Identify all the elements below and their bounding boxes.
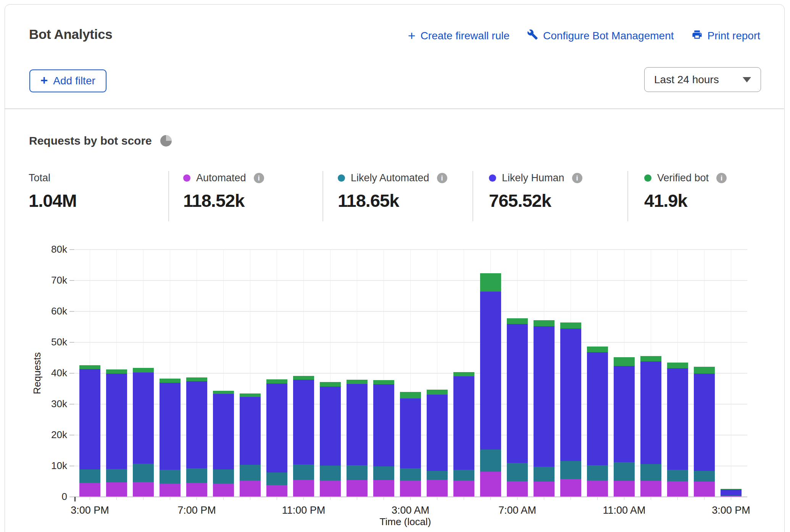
bar-segment-verified-bot[interactable] [427, 390, 448, 395]
bar-segment-automated[interactable] [266, 485, 287, 497]
bar-segment-likely-human[interactable] [240, 397, 261, 464]
bar-segment-likely-human[interactable] [667, 368, 688, 470]
bar-segment-verified-bot[interactable] [320, 382, 341, 387]
bar-segment-verified-bot[interactable] [694, 367, 715, 374]
bar-segment-likely-automated[interactable] [79, 469, 100, 483]
bar-segment-likely-automated[interactable] [640, 464, 661, 481]
bar-segment-likely-automated[interactable] [186, 468, 207, 483]
bar-segment-automated[interactable] [320, 480, 341, 497]
bar-segment-automated[interactable] [614, 481, 635, 497]
bar-segment-automated[interactable] [640, 481, 661, 497]
bar-segment-automated[interactable] [347, 480, 368, 497]
bar-segment-verified-bot[interactable] [347, 380, 368, 384]
bar-segment-verified-bot[interactable] [133, 368, 154, 372]
bar-segment-likely-automated[interactable] [213, 469, 234, 484]
bar-segment-automated[interactable] [160, 484, 181, 497]
bar-segment-verified-bot[interactable] [480, 273, 501, 292]
bar-segment-likely-human[interactable] [453, 376, 474, 470]
bar-segment-likely-human[interactable] [534, 326, 555, 467]
bar-segment-verified-bot[interactable] [79, 365, 100, 369]
bar-segment-likely-automated[interactable] [133, 464, 154, 482]
bar-segment-likely-human[interactable] [213, 394, 234, 469]
bar-segment-verified-bot[interactable] [667, 363, 688, 368]
bar-segment-likely-automated[interactable] [480, 450, 501, 472]
bar-segment-verified-bot[interactable] [587, 347, 608, 352]
bar-segment-likely-automated[interactable] [560, 461, 581, 479]
bar-segment-likely-human[interactable] [427, 395, 448, 471]
bar-segment-automated[interactable] [480, 472, 501, 497]
bar-segment-automated[interactable] [133, 482, 154, 497]
bar-segment-verified-bot[interactable] [560, 322, 581, 328]
bar-segment-verified-bot[interactable] [453, 372, 474, 376]
bar-segment-likely-human[interactable] [133, 372, 154, 464]
bar-segment-likely-automated[interactable] [694, 471, 715, 482]
bar-segment-likely-human[interactable] [347, 384, 368, 465]
bar-segment-automated[interactable] [534, 482, 555, 497]
bar-segment-likely-human[interactable] [721, 490, 742, 495]
bar-segment-verified-bot[interactable] [186, 377, 207, 382]
bar-segment-likely-automated[interactable] [427, 471, 448, 480]
bar-segment-likely-automated[interactable] [587, 465, 608, 480]
bar-segment-automated[interactable] [79, 483, 100, 497]
bar-segment-verified-bot[interactable] [640, 356, 661, 361]
bar-segment-likely-human[interactable] [106, 374, 127, 469]
bar-segment-automated[interactable] [587, 480, 608, 497]
bar-segment-verified-bot[interactable] [240, 393, 261, 397]
bar-segment-likely-human[interactable] [640, 361, 661, 464]
bar-segment-verified-bot[interactable] [266, 379, 287, 384]
bar-segment-verified-bot[interactable] [534, 320, 555, 326]
x-axis-minor-tick [624, 497, 625, 500]
bar-segment-verified-bot[interactable] [213, 391, 234, 394]
bar-segment-likely-human[interactable] [400, 398, 421, 468]
bar-segment-likely-automated[interactable] [614, 462, 635, 481]
bar-segment-likely-human[interactable] [373, 384, 394, 466]
bar-segment-verified-bot[interactable] [373, 380, 394, 384]
bar-segment-automated[interactable] [667, 481, 688, 497]
bar-segment-likely-automated[interactable] [320, 466, 341, 480]
bar-segment-likely-human[interactable] [614, 366, 635, 463]
bar-segment-likely-automated[interactable] [293, 464, 314, 480]
bar-segment-likely-automated[interactable] [160, 470, 181, 484]
bar-segment-verified-bot[interactable] [106, 369, 127, 374]
bar-segment-likely-human[interactable] [160, 383, 181, 470]
bar-segment-likely-human[interactable] [587, 352, 608, 465]
bar-segment-likely-human[interactable] [320, 387, 341, 466]
bar-segment-verified-bot[interactable] [160, 379, 181, 383]
bar-segment-automated[interactable] [213, 484, 234, 497]
bar-segment-likely-human[interactable] [560, 329, 581, 461]
bar-segment-automated[interactable] [507, 481, 528, 497]
bar-segment-likely-automated[interactable] [534, 467, 555, 482]
bar-segment-likely-human[interactable] [293, 380, 314, 464]
bar-segment-verified-bot[interactable] [507, 318, 528, 324]
bar-segment-likely-human[interactable] [694, 374, 715, 471]
bar-segment-likely-automated[interactable] [347, 465, 368, 480]
bar-segment-automated[interactable] [560, 479, 581, 497]
bar-segment-likely-human[interactable] [480, 292, 501, 450]
bar-segment-likely-automated[interactable] [721, 495, 742, 496]
bar-segment-likely-automated[interactable] [667, 470, 688, 481]
bar-segment-likely-automated[interactable] [240, 465, 261, 480]
bar-segment-likely-human[interactable] [186, 381, 207, 468]
bar-segment-likely-human[interactable] [79, 369, 100, 469]
bar-segment-automated[interactable] [400, 480, 421, 497]
bar-segment-likely-automated[interactable] [400, 468, 421, 480]
bar-segment-automated[interactable] [293, 480, 314, 497]
bar-segment-automated[interactable] [186, 483, 207, 497]
bar-segment-automated[interactable] [240, 480, 261, 497]
bar-segment-likely-automated[interactable] [373, 466, 394, 480]
bar-segment-verified-bot[interactable] [614, 357, 635, 366]
bar-segment-automated[interactable] [694, 482, 715, 497]
bar-segment-likely-automated[interactable] [266, 472, 287, 485]
bar-segment-verified-bot[interactable] [293, 376, 314, 380]
bar-segment-likely-human[interactable] [507, 324, 528, 463]
bar-segment-likely-automated[interactable] [507, 463, 528, 481]
bar-segment-likely-automated[interactable] [106, 469, 127, 482]
bar-segment-verified-bot[interactable] [721, 489, 742, 489]
bar-segment-automated[interactable] [106, 482, 127, 497]
bar-segment-likely-human[interactable] [266, 384, 287, 472]
bar-segment-verified-bot[interactable] [400, 392, 421, 398]
bar-segment-likely-automated[interactable] [453, 470, 474, 480]
bar-segment-automated[interactable] [427, 480, 448, 497]
bar-segment-automated[interactable] [453, 480, 474, 497]
bar-segment-automated[interactable] [373, 480, 394, 497]
